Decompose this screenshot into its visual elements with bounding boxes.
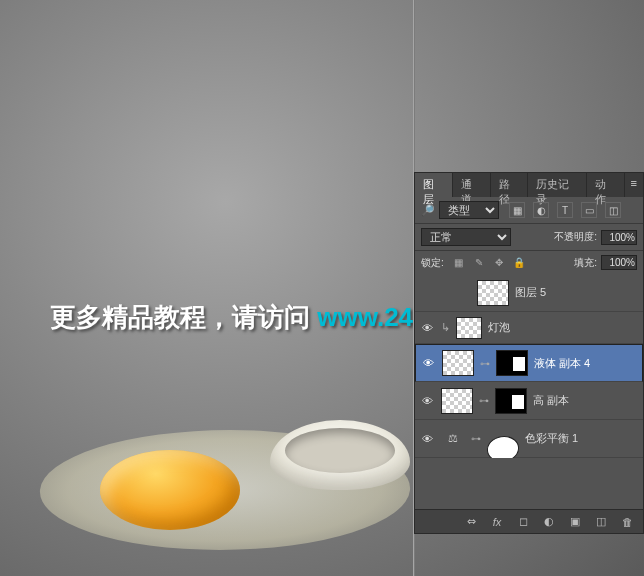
- filter-shape-icon[interactable]: ▭: [581, 202, 597, 218]
- layer-mask-thumbnail[interactable]: [495, 388, 527, 414]
- layer-thumbnail[interactable]: [442, 350, 474, 376]
- layer-mask-thumbnail[interactable]: [496, 350, 528, 376]
- layer-row[interactable]: 👁 ↳ 灯泡: [415, 312, 643, 344]
- search-icon[interactable]: 🔎: [421, 204, 435, 217]
- delete-layer-icon[interactable]: 🗑: [619, 514, 635, 530]
- tab-paths[interactable]: 路径: [491, 173, 529, 197]
- filter-row: 🔎 类型 ▦ ◐ T ▭ ◫: [415, 197, 643, 223]
- layer-name[interactable]: 色彩平衡 1: [525, 431, 639, 446]
- panel-bottom-bar: ⇔ fx ◻ ◐ ▣ ◫ 🗑: [415, 509, 643, 533]
- egg-shell: [270, 420, 410, 490]
- layer-name[interactable]: 图层 5: [515, 285, 639, 300]
- panel-tabs: 图层 通道 路径 历史记录 动作 ≡: [415, 173, 643, 197]
- add-mask-icon[interactable]: ◻: [515, 514, 531, 530]
- layer-row[interactable]: 👁 ⊶ 高 副本: [415, 382, 643, 420]
- opacity-input[interactable]: [601, 230, 637, 245]
- lock-row: 锁定: ▦ ✎ ✥ 🔒 填充:: [415, 251, 643, 274]
- lock-pixels-icon[interactable]: ▦: [452, 256, 466, 270]
- visibility-toggle[interactable]: 👁: [420, 355, 436, 371]
- layer-thumbnail[interactable]: [477, 280, 509, 306]
- filter-type-icon[interactable]: T: [557, 202, 573, 218]
- filter-image-icon[interactable]: ▦: [509, 202, 525, 218]
- layers-list: 图层 5 👁 ↳ 灯泡 👁 ⊶ 液体 副本 4 👁 ⊶ 高 副本 👁 ⚖ ⊶: [415, 274, 643, 458]
- filter-adjustment-icon[interactable]: ◐: [533, 202, 549, 218]
- layer-row[interactable]: 👁 ⊶ 液体 副本 4: [415, 344, 643, 382]
- visibility-toggle[interactable]: 👁: [419, 393, 435, 409]
- filter-icons: ▦ ◐ T ▭ ◫: [509, 202, 621, 218]
- layer-mask-thumbnail[interactable]: [486, 436, 520, 459]
- opacity-label: 不透明度:: [554, 230, 597, 244]
- mask-link-icon[interactable]: ⊶: [480, 358, 490, 369]
- layer-thumbnail[interactable]: [456, 317, 482, 339]
- visibility-toggle[interactable]: 👁: [419, 431, 435, 447]
- layer-name[interactable]: 灯泡: [488, 320, 639, 335]
- new-group-icon[interactable]: ▣: [567, 514, 583, 530]
- tab-channels[interactable]: 通道: [453, 173, 491, 197]
- filter-kind-select[interactable]: 类型: [439, 201, 499, 219]
- visibility-toggle[interactable]: 👁: [419, 320, 435, 336]
- lock-label: 锁定:: [421, 256, 444, 270]
- fill-input[interactable]: [601, 255, 637, 270]
- clip-indicator-icon: ↳: [441, 321, 450, 334]
- fx-icon[interactable]: fx: [489, 514, 505, 530]
- tab-history[interactable]: 历史记录: [528, 173, 587, 197]
- egg-yolk: [100, 450, 240, 530]
- new-adjustment-icon[interactable]: ◐: [541, 514, 557, 530]
- filter-smart-icon[interactable]: ◫: [605, 202, 621, 218]
- tab-layers[interactable]: 图层: [415, 173, 453, 197]
- egg-illustration: [40, 420, 410, 560]
- lock-all-icon[interactable]: 🔒: [512, 256, 526, 270]
- layer-row[interactable]: 图层 5: [415, 274, 643, 312]
- blend-mode-select[interactable]: 正常: [421, 228, 511, 246]
- watermark-prefix: 更多精品教程，请访问: [50, 302, 317, 332]
- color-balance-icon: ⚖: [441, 429, 465, 449]
- tab-actions[interactable]: 动作: [587, 173, 625, 197]
- layer-row[interactable]: 👁 ⚖ ⊶ 色彩平衡 1: [415, 420, 643, 458]
- mask-link-icon[interactable]: ⊶: [479, 395, 489, 406]
- visibility-toggle[interactable]: [455, 285, 471, 301]
- link-layers-icon[interactable]: ⇔: [463, 514, 479, 530]
- panel-menu-icon[interactable]: ≡: [625, 173, 643, 197]
- new-layer-icon[interactable]: ◫: [593, 514, 609, 530]
- layers-panel: 图层 通道 路径 历史记录 动作 ≡ 🔎 类型 ▦ ◐ T ▭ ◫ 正常 不透明…: [414, 172, 644, 534]
- blend-row: 正常 不透明度:: [415, 223, 643, 251]
- fill-label: 填充:: [574, 256, 597, 270]
- lock-move-icon[interactable]: ✥: [492, 256, 506, 270]
- layer-thumbnail[interactable]: [441, 388, 473, 414]
- lock-icons: ▦ ✎ ✥ 🔒: [452, 256, 526, 270]
- mask-link-icon[interactable]: ⊶: [471, 433, 481, 444]
- layer-name[interactable]: 高 副本: [533, 393, 639, 408]
- lock-brush-icon[interactable]: ✎: [472, 256, 486, 270]
- layer-name[interactable]: 液体 副本 4: [534, 356, 638, 371]
